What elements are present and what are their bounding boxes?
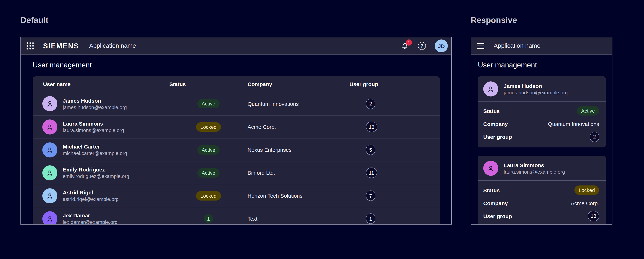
user-name: Astrid Rigel: [63, 189, 119, 196]
responsive-section: Responsive Application name User managem…: [471, 16, 612, 259]
user-cell: Michael Carter michael.carter@example.or…: [33, 142, 169, 157]
card-field-row: Company Quantum Innovations: [483, 117, 599, 130]
user-cell: Astrid Rigel astrid.rigel@example.org: [33, 188, 169, 203]
status-badge: Locked: [196, 191, 221, 200]
siemens-logo: SIEMENS: [43, 42, 79, 50]
field-value: Quantum Innovations: [548, 121, 599, 127]
card-field-row: Status Active: [483, 104, 599, 117]
user-email: james.hudson@example.org: [63, 104, 127, 110]
user-card[interactable]: Laura Simmons laura.simons@example.org S…: [478, 156, 606, 224]
field-label: User group: [483, 134, 512, 140]
user-avatar-icon: [42, 119, 58, 134]
default-panel: SIEMENS Application name 1 ? JD: [20, 37, 452, 224]
application-name: Application name: [89, 42, 136, 50]
card-field-row: Company Acme Corp.: [483, 196, 599, 210]
app-switcher-icon[interactable]: [26, 42, 34, 50]
user-avatar-icon: [42, 96, 58, 111]
notifications-button[interactable]: 1: [400, 42, 409, 50]
card-field-row: User group 13: [483, 210, 599, 222]
user-email: astrid.rigel@example.org: [63, 196, 119, 202]
card-header: James Hudson james.hudson@example.org: [478, 76, 606, 101]
user-group-badge: 11: [366, 168, 377, 178]
notification-badge: 1: [406, 40, 412, 46]
page-title: User management: [33, 61, 440, 69]
card-body: Status Locked Company Acme Corp. User gr…: [478, 181, 606, 224]
user-cell: Laura Simmons laura.simons@example.org: [33, 119, 169, 134]
user-name: Michael Carter: [63, 143, 127, 150]
field-label: User group: [483, 213, 512, 219]
user-email: michael.carter@example.org: [63, 150, 127, 156]
user-cell: Jex Damar jex.damar@example.org: [33, 211, 169, 224]
status-badge: Active: [577, 106, 599, 116]
status-badge: Active: [197, 168, 220, 178]
user-group-badge: 7: [366, 190, 375, 201]
card-body: Status Active Company Quantum Innovation…: [478, 102, 606, 148]
user-avatar-icon: [483, 82, 498, 96]
user-group-badge: 13: [366, 122, 377, 132]
user-avatar-icon: [42, 188, 58, 203]
section-heading-default: Default: [20, 16, 452, 25]
app-header: SIEMENS Application name 1 ? JD: [21, 37, 451, 55]
user-avatar-icon: [42, 142, 58, 157]
user-card[interactable]: James Hudson james.hudson@example.org St…: [478, 76, 606, 148]
user-email: james.hudson@example.org: [504, 89, 568, 96]
user-group-badge: 13: [588, 211, 599, 221]
column-header-company: Company: [248, 81, 350, 87]
company-cell: Horizon Tech Solutions: [248, 193, 350, 199]
table-row[interactable]: Astrid Rigel astrid.rigel@example.org Lo…: [33, 184, 440, 207]
help-button[interactable]: ?: [418, 42, 426, 50]
application-name: Application name: [494, 42, 540, 50]
user-group-badge: 5: [366, 144, 375, 155]
app-header: Application name: [471, 37, 612, 55]
column-header-usergroup: User group: [350, 81, 440, 87]
card-field-row: User group 2: [483, 130, 599, 143]
user-avatar-icon: [483, 161, 498, 176]
status-badge: Locked: [574, 186, 599, 195]
question-icon: ?: [418, 42, 426, 50]
user-email: emily.rodriguez@example.org: [63, 173, 129, 179]
table-row[interactable]: Emily Rodriguez emily.rodriguez@example.…: [33, 161, 440, 184]
user-group-badge: 1: [366, 214, 375, 224]
field-label: Company: [483, 200, 508, 206]
user-cell: Emily Rodriguez emily.rodriguez@example.…: [33, 165, 169, 180]
table-row[interactable]: Laura Simmons laura.simons@example.org L…: [33, 115, 440, 138]
table-header-row: User name Status Company User group: [33, 76, 440, 92]
status-badge: Locked: [196, 122, 221, 132]
menu-icon[interactable]: [477, 43, 484, 49]
company-cell: Acme Corp.: [248, 124, 350, 130]
responsive-content: User management James Hudson james.hudso…: [471, 55, 612, 224]
user-avatar-button[interactable]: JD: [435, 40, 448, 52]
user-table: User name Status Company User group Jam: [33, 76, 440, 224]
status-badge: Active: [197, 145, 220, 154]
field-value: Acme Corp.: [571, 200, 599, 206]
responsive-panel: Application name User management James H…: [471, 37, 612, 224]
status-badge: 1: [204, 214, 213, 223]
user-name: James Hudson: [63, 97, 127, 104]
appbar-actions: 1 ? JD: [400, 40, 448, 52]
user-name: Laura Simmons: [504, 162, 565, 168]
table-row[interactable]: James Hudson james.hudson@example.org Ac…: [33, 92, 440, 115]
user-group-badge: 2: [590, 132, 599, 142]
field-label: Company: [483, 121, 508, 127]
card-field-row: Status Locked: [483, 184, 599, 196]
section-heading-responsive: Responsive: [471, 16, 612, 25]
default-content: User management User name Status Company…: [21, 55, 451, 224]
user-group-badge: 2: [366, 98, 375, 109]
user-email: jex.damar@example.org: [63, 219, 118, 224]
user-cell: James Hudson james.hudson@example.org: [33, 96, 169, 111]
user-avatar-icon: [42, 165, 58, 180]
column-header-username: User name: [33, 81, 169, 87]
user-email: laura.simons@example.org: [63, 127, 124, 134]
user-email: laura.simons@example.org: [504, 168, 565, 175]
card-header: Laura Simmons laura.simons@example.org: [478, 156, 606, 180]
table-row[interactable]: Michael Carter michael.carter@example.or…: [33, 138, 440, 161]
canvas: Default SIEMENS Application name 1 ?: [0, 0, 644, 259]
company-cell: Nexus Enterprises: [248, 147, 350, 153]
status-badge: Active: [197, 99, 220, 108]
company-cell: Binford Ltd.: [248, 170, 350, 176]
default-section: Default SIEMENS Application name 1 ?: [20, 16, 452, 259]
page-title: User management: [478, 61, 606, 69]
company-cell: Quantum Innovations: [248, 100, 350, 107]
table-row[interactable]: Jex Damar jex.damar@example.org 1 Text 1: [33, 207, 440, 224]
user-name: James Hudson: [504, 82, 568, 89]
